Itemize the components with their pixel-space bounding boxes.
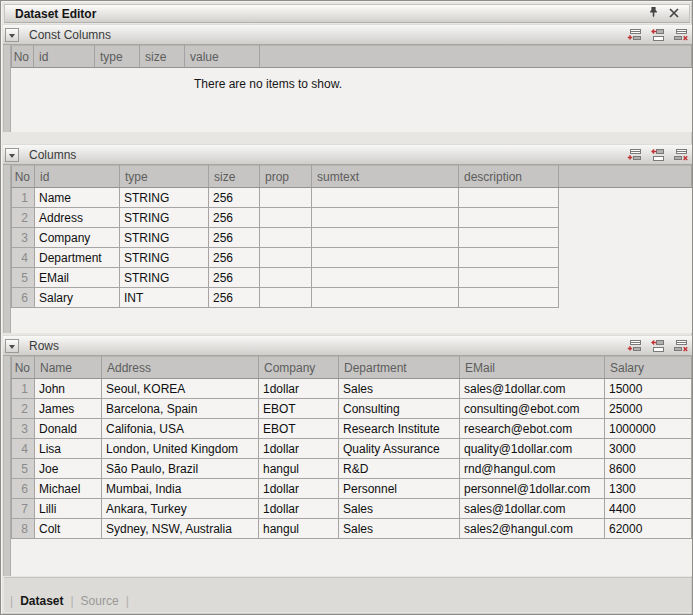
row-number-cell[interactable]: 6 <box>12 479 35 499</box>
column-header[interactable]: EMail <box>460 357 605 379</box>
grid-cell[interactable]: sales@1dollar.com <box>460 379 605 399</box>
collapse-section-button[interactable] <box>5 339 19 353</box>
grid-cell[interactable]: Lisa <box>35 439 102 459</box>
column-header[interactable]: No <box>12 46 34 68</box>
grid-cell[interactable]: Mumbai, India <box>102 479 259 499</box>
column-header[interactable]: prop <box>260 166 312 188</box>
grid-cell[interactable]: Department <box>35 248 120 268</box>
grid-cell[interactable] <box>459 268 559 288</box>
grid-cell[interactable]: Seoul, KOREA <box>102 379 259 399</box>
grid-cell[interactable] <box>312 248 459 268</box>
grid-cell[interactable]: 62000 <box>605 519 692 539</box>
grid-cell[interactable] <box>260 268 312 288</box>
grid-cell[interactable]: 1dollar <box>259 479 339 499</box>
grid-cell[interactable]: Sydney, NSW, Australia <box>102 519 259 539</box>
delete-row-button[interactable] <box>673 148 689 162</box>
row-number-cell[interactable]: 5 <box>12 268 35 288</box>
grid-cell[interactable]: sales2@hangul.com <box>460 519 605 539</box>
column-header[interactable]: Address <box>102 357 259 379</box>
column-header[interactable]: Department <box>339 357 460 379</box>
column-header[interactable]: No <box>12 166 35 188</box>
grid-cell[interactable]: sales@1dollar.com <box>460 499 605 519</box>
row-number-cell[interactable]: 5 <box>12 459 35 479</box>
grid-cell[interactable]: Lilli <box>35 499 102 519</box>
grid-cell[interactable]: Califonia, USA <box>102 419 259 439</box>
pin-button[interactable] <box>647 8 659 20</box>
grid-cell[interactable]: James <box>35 399 102 419</box>
collapse-section-button[interactable] <box>5 148 19 162</box>
grid-cell[interactable]: R&D <box>339 459 460 479</box>
grid-cell[interactable]: 1000000 <box>605 419 692 439</box>
column-header[interactable]: size <box>209 166 260 188</box>
grid-cell[interactable]: São Paulo, Brazil <box>102 459 259 479</box>
insert-row-button[interactable] <box>650 339 666 353</box>
grid-cell[interactable] <box>312 288 459 308</box>
grid-cell[interactable]: 8600 <box>605 459 692 479</box>
grid-cell[interactable]: 1dollar <box>259 439 339 459</box>
row-number-cell[interactable]: 1 <box>12 188 35 208</box>
grid-cell[interactable]: 1300 <box>605 479 692 499</box>
close-button[interactable] <box>668 8 680 20</box>
grid-cell[interactable]: 4400 <box>605 499 692 519</box>
grid-cell[interactable]: John <box>35 379 102 399</box>
grid-cell[interactable]: hangul <box>259 519 339 539</box>
column-header[interactable]: value <box>185 46 260 68</box>
grid-cell[interactable]: Consulting <box>339 399 460 419</box>
grid-cell[interactable]: Colt <box>35 519 102 539</box>
grid-cell[interactable]: Name <box>35 188 120 208</box>
delete-row-button[interactable] <box>673 28 689 42</box>
collapse-section-button[interactable] <box>5 28 19 42</box>
grid-cell[interactable]: 256 <box>209 228 260 248</box>
grid-cell[interactable]: Sales <box>339 519 460 539</box>
grid-cell[interactable] <box>459 228 559 248</box>
grid-cell[interactable]: 256 <box>209 188 260 208</box>
column-header[interactable]: No <box>12 357 35 379</box>
grid-cell[interactable]: Personnel <box>339 479 460 499</box>
grid-cell[interactable] <box>260 208 312 228</box>
row-number-cell[interactable]: 1 <box>12 379 35 399</box>
column-header[interactable]: size <box>140 46 185 68</box>
grid-cell[interactable] <box>312 228 459 248</box>
add-row-button[interactable] <box>627 28 643 42</box>
grid-cell[interactable]: Michael <box>35 479 102 499</box>
grid-cell[interactable]: 3000 <box>605 439 692 459</box>
grid-cell[interactable] <box>312 208 459 228</box>
delete-row-button[interactable] <box>673 339 689 353</box>
grid-cell[interactable]: Joe <box>35 459 102 479</box>
row-number-cell[interactable]: 7 <box>12 499 35 519</box>
tab-source[interactable]: Source <box>81 594 119 608</box>
grid-cell[interactable]: EMail <box>35 268 120 288</box>
row-number-cell[interactable]: 3 <box>12 228 35 248</box>
grid-cell[interactable]: hangul <box>259 459 339 479</box>
row-number-cell[interactable]: 2 <box>12 399 35 419</box>
grid-cell[interactable]: rnd@hangul.com <box>460 459 605 479</box>
row-number-cell[interactable]: 2 <box>12 208 35 228</box>
row-number-cell[interactable]: 3 <box>12 419 35 439</box>
add-row-button[interactable] <box>627 339 643 353</box>
grid-cell[interactable]: 25000 <box>605 399 692 419</box>
grid-cell[interactable]: 15000 <box>605 379 692 399</box>
column-header[interactable]: type <box>95 46 140 68</box>
grid-cell[interactable]: consulting@ebot.com <box>460 399 605 419</box>
row-number-cell[interactable]: 8 <box>12 519 35 539</box>
column-header[interactable]: type <box>120 166 209 188</box>
row-number-cell[interactable]: 4 <box>12 439 35 459</box>
grid-cell[interactable]: STRING <box>120 208 209 228</box>
grid-cell[interactable] <box>260 228 312 248</box>
grid-cell[interactable]: research@ebot.com <box>460 419 605 439</box>
grid-cell[interactable]: Company <box>35 228 120 248</box>
grid-cell[interactable]: Salary <box>35 288 120 308</box>
grid-cell[interactable] <box>459 208 559 228</box>
grid-cell[interactable]: STRING <box>120 248 209 268</box>
grid-cell[interactable] <box>312 188 459 208</box>
add-row-button[interactable] <box>627 148 643 162</box>
grid-cell[interactable]: STRING <box>120 188 209 208</box>
column-header[interactable]: Name <box>35 357 102 379</box>
grid-cell[interactable]: 256 <box>209 288 260 308</box>
grid-cell[interactable]: Donald <box>35 419 102 439</box>
grid-cell[interactable]: Research Institute <box>339 419 460 439</box>
grid-cell[interactable]: INT <box>120 288 209 308</box>
grid-cell[interactable]: Sales <box>339 499 460 519</box>
column-header[interactable]: description <box>459 166 559 188</box>
grid-cell[interactable]: 256 <box>209 268 260 288</box>
